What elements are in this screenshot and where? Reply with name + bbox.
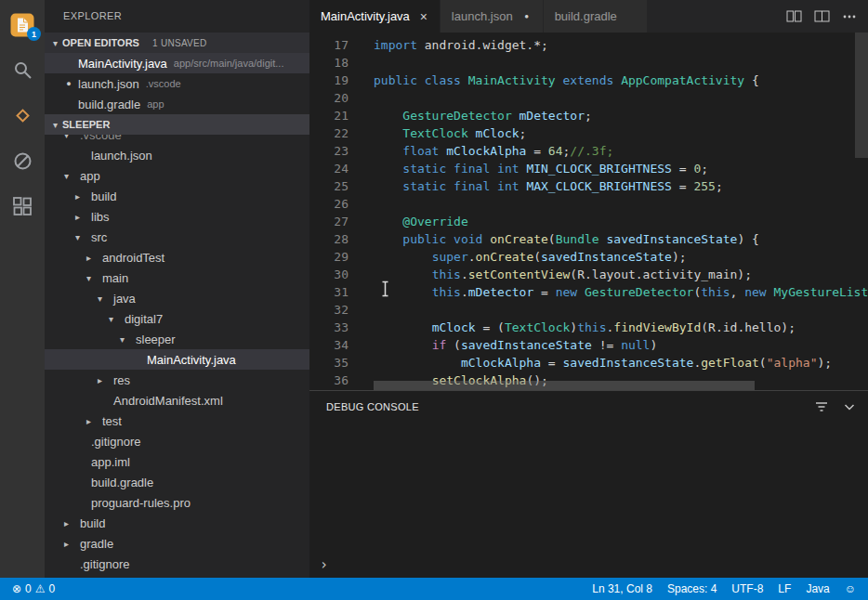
- folder-res[interactable]: ▸res: [45, 370, 309, 390]
- status-language-mode[interactable]: Java: [801, 582, 834, 595]
- console-input-prompt[interactable]: ›: [320, 556, 328, 573]
- folder-build[interactable]: ▸build: [45, 186, 309, 206]
- horizontal-scrollbar[interactable]: [374, 381, 755, 390]
- chevron-down-icon[interactable]: ▾: [85, 273, 102, 283]
- folder-digital7[interactable]: ▾digital7: [45, 308, 309, 329]
- file-proguard-rules-pro[interactable]: proguard-rules.pro: [45, 492, 309, 513]
- chevron-down-icon[interactable]: ▾: [119, 334, 136, 345]
- code-line[interactable]: 26: [309, 195, 868, 213]
- file-app-iml[interactable]: app.iml: [45, 451, 309, 472]
- folder-java[interactable]: ▾java: [45, 288, 309, 308]
- status-problems[interactable]: ⊗ 0 ⚠ 0: [7, 582, 59, 595]
- open-editor-launch-json[interactable]: ●launch.json.vscode: [45, 73, 309, 94]
- code-line[interactable]: 21 GestureDetector mDetector;: [309, 107, 868, 124]
- folder-build[interactable]: ▸build: [45, 513, 309, 533]
- chevron-right-icon[interactable]: ▸: [97, 375, 113, 385]
- filter-icon[interactable]: [814, 399, 829, 414]
- code-line[interactable]: 22 TextClock mClock;: [309, 124, 868, 142]
- code-line[interactable]: 34 if (savedInstanceState != null): [309, 336, 868, 354]
- status-encoding[interactable]: UTF-8: [727, 582, 768, 595]
- open-editor-mainactivity-java[interactable]: MainActivity.javaapp/src/main/java/digit…: [45, 53, 309, 73]
- line-number[interactable]: 23: [309, 142, 349, 160]
- file-gitignore[interactable]: .gitignore: [45, 554, 309, 574]
- status-indentation[interactable]: Spaces: 4: [663, 582, 721, 595]
- code-line[interactable]: 29 super.onCreate(savedInstanceState);: [309, 248, 868, 266]
- line-number[interactable]: 27: [309, 213, 349, 230]
- source-control-activity-button[interactable]: [0, 93, 45, 138]
- tab-launch-json[interactable]: launch.json●: [441, 0, 544, 33]
- folder-app[interactable]: ▾app: [45, 165, 309, 186]
- code-line[interactable]: 27 @Override: [309, 213, 868, 230]
- line-number[interactable]: 22: [309, 124, 349, 142]
- line-number[interactable]: 17: [309, 36, 349, 54]
- line-number[interactable]: 21: [309, 107, 349, 124]
- explorer-activity-button[interactable]: 1: [0, 2, 45, 47]
- line-number[interactable]: 26: [309, 195, 349, 213]
- folder-main[interactable]: ▾main: [45, 267, 309, 288]
- line-number[interactable]: 33: [309, 319, 349, 336]
- folder-sleeper[interactable]: ▾sleeper: [45, 329, 309, 349]
- tab-mainactivity-java[interactable]: MainActivity.java×: [309, 0, 441, 33]
- line-number[interactable]: 20: [309, 89, 349, 107]
- line-number[interactable]: 34: [309, 336, 349, 354]
- chevron-down-icon[interactable]: ▾: [63, 135, 80, 140]
- code-line[interactable]: 18: [309, 54, 868, 72]
- line-number[interactable]: 19: [309, 72, 349, 89]
- panel-tab-debug-console[interactable]: DEBUG CONSOLE: [326, 401, 419, 412]
- code-line[interactable]: 25 static final int MAX_CLOCK_BRIGHTNESS…: [309, 177, 868, 195]
- file-build-gradle[interactable]: build.gradle: [45, 472, 309, 492]
- split-editor-icon[interactable]: [810, 6, 833, 28]
- code-line[interactable]: 24 static final int MIN_CLOCK_BRIGHTNESS…: [309, 160, 868, 177]
- code-line[interactable]: 19public class MainActivity extends AppC…: [309, 72, 868, 89]
- folder-section-header[interactable]: ▾ SLEEPER: [45, 114, 309, 135]
- chevron-right-icon[interactable]: ▸: [74, 212, 91, 222]
- chevron-right-icon[interactable]: ▸: [63, 518, 80, 528]
- code-line[interactable]: 28 public void onCreate(Bundle savedInst…: [309, 230, 868, 248]
- search-activity-button[interactable]: [0, 47, 45, 93]
- folder-vscode[interactable]: ▾.vscode: [45, 135, 309, 145]
- code-line[interactable]: 35 mClockAlpha = savedInstanceState.getF…: [309, 354, 868, 372]
- extensions-activity-button[interactable]: [0, 184, 45, 229]
- code-line[interactable]: 33 mClock = (TextClock)this.findViewById…: [309, 319, 868, 336]
- file-gitignore[interactable]: .gitignore: [45, 431, 309, 451]
- scrollbar-thumb[interactable]: [855, 33, 868, 158]
- chevron-down-icon[interactable]: ▾: [108, 314, 125, 324]
- folder-gradle[interactable]: ▸gradle: [45, 533, 309, 554]
- chevron-down-icon[interactable]: ▾: [63, 171, 80, 181]
- code-line[interactable]: 23 float mClockAlpha = 64;//.3f;: [309, 142, 868, 160]
- code-line[interactable]: 20: [309, 89, 868, 107]
- line-number[interactable]: 18: [309, 54, 349, 72]
- code-line[interactable]: 31 this.mDetector = new GestureDetector(…: [309, 283, 868, 301]
- code-line[interactable]: 32: [309, 301, 868, 319]
- line-number[interactable]: 24: [309, 160, 349, 177]
- line-number[interactable]: 30: [309, 266, 349, 283]
- file-launch-json[interactable]: launch.json: [45, 145, 309, 165]
- chevron-right-icon[interactable]: ▸: [85, 416, 102, 426]
- code-line[interactable]: 17import android.widget.*;: [309, 36, 868, 54]
- folder-test[interactable]: ▸test: [45, 411, 309, 431]
- line-number[interactable]: 32: [309, 301, 349, 319]
- more-actions-icon[interactable]: [838, 6, 861, 28]
- code-line[interactable]: 30 this.setContentView(R.layout.activity…: [309, 266, 868, 283]
- vertical-scrollbar[interactable]: [855, 33, 868, 390]
- line-number[interactable]: 25: [309, 177, 349, 195]
- chevron-right-icon[interactable]: ▸: [85, 253, 102, 263]
- feedback-smiley-icon[interactable]: ☺: [840, 582, 861, 595]
- line-number[interactable]: 35: [309, 354, 349, 372]
- file-androidmanifest-xml[interactable]: AndroidManifest.xml: [45, 390, 309, 411]
- chevron-down-icon[interactable]: ▾: [97, 293, 113, 304]
- line-number[interactable]: 36: [309, 372, 349, 389]
- status-eol[interactable]: LF: [773, 582, 796, 595]
- open-editor-build-gradle[interactable]: build.gradleapp: [45, 94, 309, 114]
- open-editors-header[interactable]: ▾ OPEN EDITORS 1 UNSAVED: [45, 33, 309, 53]
- folder-androidtest[interactable]: ▸androidTest: [45, 247, 309, 267]
- folder-libs[interactable]: ▸libs: [45, 206, 309, 227]
- folder-src[interactable]: ▾src: [45, 227, 309, 247]
- chevron-down-icon[interactable]: [842, 399, 857, 414]
- chevron-down-icon[interactable]: ▾: [74, 232, 91, 242]
- code-editor[interactable]: 17import android.widget.*;1819public cla…: [309, 33, 868, 390]
- chevron-right-icon[interactable]: ▸: [63, 539, 80, 549]
- line-number[interactable]: 29: [309, 248, 349, 266]
- line-number[interactable]: 28: [309, 230, 349, 248]
- line-number[interactable]: 31: [309, 283, 349, 301]
